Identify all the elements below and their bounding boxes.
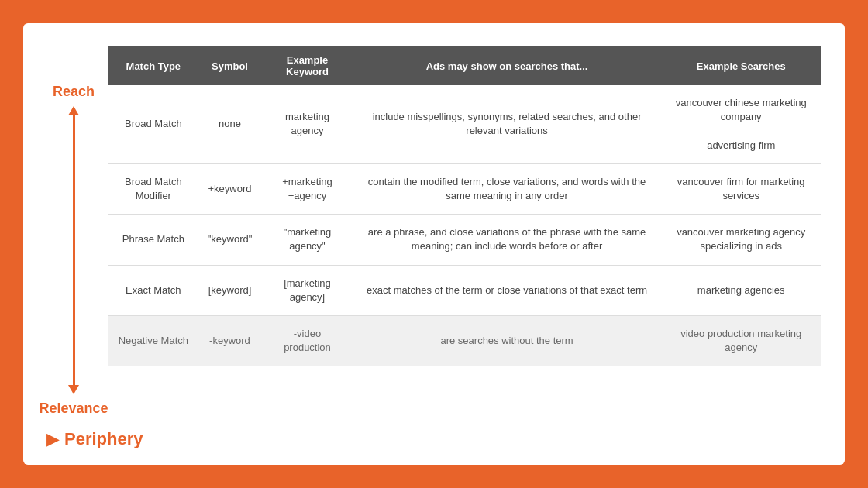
example-keyword-cell: marketing agency: [261, 85, 353, 163]
description-cell: contain the modified term, close variati…: [353, 163, 661, 214]
description-cell: are searches without the term: [353, 315, 661, 366]
col-example-keyword: Example Keyword: [261, 46, 353, 85]
match-type-cell: Broad Match: [108, 85, 198, 163]
col-symbol: Symbol: [198, 46, 262, 85]
footer: ▶ Periphery: [46, 426, 822, 449]
table-row: Exact Match [keyword] [marketing agency]…: [108, 265, 822, 315]
col-description: Ads may show on searches that...: [353, 46, 661, 85]
match-type-cell: Negative Match: [108, 315, 198, 366]
table-row: Broad Match none marketing agency includ…: [108, 85, 822, 163]
match-type-table-container: Match Type Symbol Example Keyword Ads ma…: [108, 46, 822, 417]
description-cell: are a phrase, and close variations of th…: [353, 215, 661, 265]
table-body: Broad Match none marketing agency includ…: [108, 85, 822, 366]
col-example-searches: Example Searches: [660, 46, 822, 85]
content-area: Reach Relevance Match Type Symbol Exampl…: [46, 46, 822, 417]
example-searches-cell: vancouver marketing agency specializing …: [660, 215, 822, 265]
relevance-label: Relevance: [39, 400, 108, 417]
description-cell: exact matches of the term or close varia…: [353, 265, 661, 315]
symbol-cell: "keyword": [198, 215, 262, 265]
match-type-cell: Phrase Match: [108, 215, 198, 265]
example-searches-cell: vancouver chinese marketing company adve…: [660, 85, 822, 163]
match-type-cell: Broad Match Modifier: [108, 163, 198, 214]
main-card: Reach Relevance Match Type Symbol Exampl…: [23, 23, 845, 465]
example-line-2: advertising firm: [670, 139, 812, 153]
col-match-type: Match Type: [108, 46, 198, 85]
logo-text: Periphery: [64, 429, 143, 449]
symbol-cell: [keyword]: [198, 265, 262, 315]
table-row: Negative Match -keyword -video productio…: [108, 315, 822, 366]
table-row: Broad Match Modifier +keyword +marketing…: [108, 163, 822, 214]
example-keyword-cell: +marketing +agency: [261, 163, 353, 214]
table-row: Phrase Match "keyword" "marketing agency…: [108, 215, 822, 265]
example-keyword-cell: -video production: [261, 315, 353, 366]
table-header: Match Type Symbol Example Keyword Ads ma…: [108, 46, 822, 85]
example-searches-cell: vancouver firm for marketing services: [660, 163, 822, 214]
reach-relevance-axis: Reach Relevance: [46, 46, 101, 417]
header-row: Match Type Symbol Example Keyword Ads ma…: [108, 46, 822, 85]
match-type-cell: Exact Match: [108, 265, 198, 315]
description-cell: include misspellings, synonyms, related …: [353, 85, 661, 163]
symbol-cell: +keyword: [198, 163, 262, 214]
example-keyword-cell: [marketing agency]: [261, 265, 353, 315]
symbol-cell: -keyword: [198, 315, 262, 366]
reach-label: Reach: [53, 84, 95, 100]
symbol-cell: none: [198, 85, 262, 163]
arrow-up-icon: [68, 106, 79, 115]
example-line-1: vancouver chinese marketing company: [670, 96, 812, 124]
example-searches-cell: marketing agencies: [660, 265, 822, 315]
arrow-down-icon: [68, 385, 79, 394]
arrow-line: [73, 115, 75, 385]
example-keyword-cell: "marketing agency": [261, 215, 353, 265]
match-type-table: Match Type Symbol Example Keyword Ads ma…: [108, 46, 822, 366]
axis-arrow: [68, 106, 79, 394]
example-searches-cell: video production marketing agency: [660, 315, 822, 366]
logo-icon: ▶: [46, 429, 60, 449]
